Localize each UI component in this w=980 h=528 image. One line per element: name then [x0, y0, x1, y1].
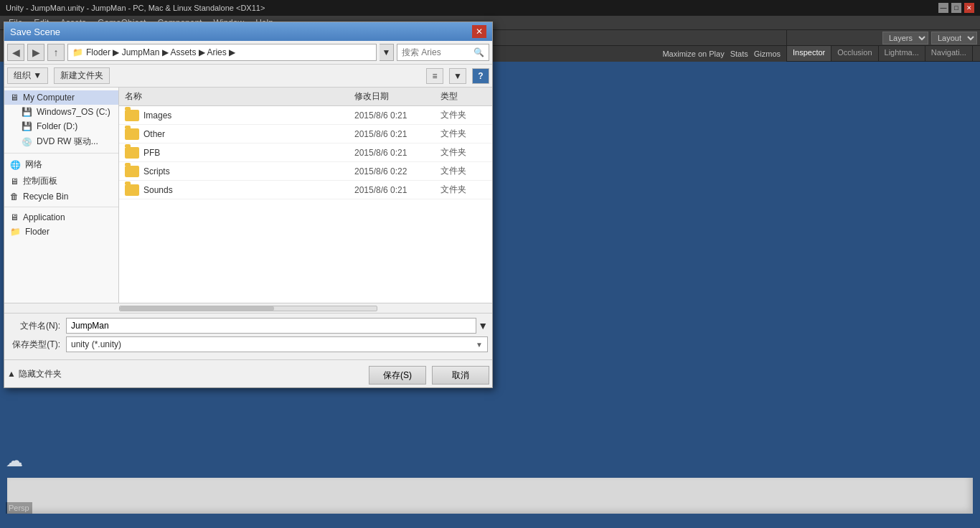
horizontal-scrollbar[interactable] [4, 303, 492, 313]
folder-img-sounds [125, 184, 139, 196]
file-row-images[interactable]: Images 2015/8/6 0:21 文件夹 [119, 106, 492, 125]
sidebar-floder[interactable]: 📁 Floder [4, 225, 118, 239]
filetype-value: unity (*.unity) [71, 339, 121, 349]
filename-row: 文件名(N): ▼ [9, 318, 488, 334]
floder-label: Floder [25, 227, 50, 237]
breadcrumb-text: Floder ▶ JumpMan ▶ Assets ▶ Aries ▶ [86, 47, 235, 57]
dvd-label: DVD RW 驱动... [37, 136, 98, 148]
windows-drive-label: Windows7_OS (C:) [37, 107, 110, 117]
file-list-header: 名称 修改日期 类型 [119, 88, 492, 106]
sidebar-network[interactable]: 🌐 网络 [4, 156, 118, 173]
col-name[interactable]: 名称 [119, 89, 349, 104]
maximize-on-play[interactable]: Maximize on Play [662, 50, 724, 58]
col-type[interactable]: 类型 [435, 89, 492, 104]
dialog-close-button[interactable]: ✕ [472, 25, 486, 38]
dialog-title-bar: Save Scene ✕ [4, 22, 492, 41]
scripts-name: Scripts [143, 166, 170, 176]
layers-dropdown[interactable]: Layers [882, 32, 928, 44]
pfb-type: 文件夹 [435, 145, 492, 160]
other-name: Other [143, 129, 165, 139]
stats-btn[interactable]: Stats [730, 50, 748, 58]
help-button[interactable]: ? [472, 68, 489, 84]
images-type: 文件夹 [435, 108, 492, 123]
view-toggle-button[interactable]: ≡ [426, 68, 443, 84]
tab-lighting[interactable]: Lightma... [879, 46, 925, 61]
dialog-content: 🖥 My Computer 💾 Windows7_OS (C:) 💾 Folde… [4, 88, 492, 303]
filetype-combo[interactable]: unity (*.unity) ▼ [66, 336, 488, 352]
sidebar-sep-1 [4, 153, 118, 154]
maximize-button[interactable]: □ [951, 3, 961, 13]
save-scene-dialog: Save Scene ✕ ◀ ▶ ↑ 📁 Floder ▶ JumpMan ▶ … [4, 22, 493, 388]
dialog-actions: 保存(S) 取消 [369, 366, 489, 385]
save-button[interactable]: 保存(S) [369, 366, 426, 385]
file-name-sounds: Sounds [119, 183, 349, 197]
sidebar-folder-d[interactable]: 💾 Folder (D:) [16, 119, 118, 133]
hide-folders-button[interactable]: ▲ 隐藏文件夹 [7, 368, 62, 380]
other-type: 文件夹 [435, 126, 492, 141]
combo-arrow: ▼ [476, 341, 483, 349]
layout-dropdown[interactable]: Layout [931, 32, 977, 44]
dvd-icon: 💿 [22, 137, 32, 147]
sidebar-dvd[interactable]: 💿 DVD RW 驱动... [16, 133, 118, 150]
scrollbar-thumb[interactable] [120, 306, 274, 311]
search-input[interactable] [402, 47, 473, 57]
sounds-name: Sounds [143, 185, 173, 195]
scripts-date: 2015/8/6 0:22 [349, 165, 435, 178]
tab-occlusion[interactable]: Occlusion [831, 46, 878, 61]
filename-label: 文件名(N): [9, 320, 66, 332]
filename-input[interactable] [66, 318, 476, 334]
file-row-pfb[interactable]: PFB 2015/8/6 0:21 文件夹 [119, 143, 492, 162]
file-row-other[interactable]: Other 2015/8/6 0:21 文件夹 [119, 125, 492, 143]
gizmos-btn[interactable]: Gizmos [754, 50, 781, 58]
tab-navigation[interactable]: Navigati... [925, 46, 973, 61]
window-title: Unity - JumpMan.unity - JumpMan - PC, Ma… [6, 4, 265, 12]
sidebar-application[interactable]: 🖥 Application [4, 210, 118, 225]
dialog-title-text: Save Scene [10, 27, 60, 37]
sounds-type: 文件夹 [435, 182, 492, 197]
filename-dropdown[interactable]: ▼ [478, 320, 488, 331]
arrow-up-icon: ▲ [7, 369, 16, 379]
minimize-button[interactable]: — [938, 3, 948, 13]
cancel-button[interactable]: 取消 [432, 366, 489, 385]
file-row-scripts[interactable]: Scripts 2015/8/6 0:22 文件夹 [119, 162, 492, 181]
file-row-sounds[interactable]: Sounds 2015/8/6 0:21 文件夹 [119, 181, 492, 199]
control-icon: 🖥 [10, 176, 19, 187]
recycle-icon: 🗑 [10, 192, 19, 202]
sidebar-recycle-bin[interactable]: 🗑 Recycle Bin [4, 189, 118, 204]
close-button[interactable]: ✕ [964, 3, 974, 13]
sounds-date: 2015/8/6 0:21 [349, 184, 435, 197]
application-label: Application [23, 212, 65, 222]
nav-back-button[interactable]: ◀ [7, 44, 24, 61]
sidebar-windows-drive[interactable]: 💾 Windows7_OS (C:) [16, 105, 118, 119]
sidebar-control-panel[interactable]: 🖥 控制面板 [4, 173, 118, 189]
title-bar: Unity - JumpMan.unity - JumpMan - PC, Ma… [0, 0, 980, 16]
breadcrumb-folder: 📁 [72, 47, 83, 57]
tab-inspector[interactable]: Inspector [787, 46, 831, 61]
hide-folders-label: 隐藏文件夹 [19, 368, 62, 380]
control-panel-label: 控制面板 [23, 175, 57, 187]
inspector-tabs: Inspector Occlusion Lightma... Navigati.… [787, 46, 980, 62]
folder-img-scripts [125, 166, 139, 177]
folder-img-images [125, 110, 139, 121]
new-folder-button[interactable]: 新建文件夹 [54, 67, 110, 84]
pfb-name: PFB [143, 148, 160, 158]
file-name-scripts: Scripts [119, 164, 349, 179]
file-name-pfb: PFB [119, 146, 349, 160]
nav-forward-button[interactable]: ▶ [27, 44, 44, 61]
layers-bar: Layers Layout [787, 30, 980, 46]
other-date: 2015/8/6 0:21 [349, 128, 435, 141]
floder-icon: 📁 [10, 227, 21, 237]
breadcrumb: 📁 Floder ▶ JumpMan ▶ Assets ▶ Aries ▶ [67, 44, 377, 61]
sidebar-my-computer[interactable]: 🖥 My Computer [4, 90, 118, 105]
pfb-date: 2015/8/6 0:21 [349, 146, 435, 159]
computer-icon: 🖥 [10, 93, 19, 103]
network-label: 网络 [25, 159, 42, 171]
view-dropdown-button[interactable]: ▼ [449, 68, 466, 84]
folder-d-label: Folder (D:) [37, 121, 77, 131]
nav-up-button[interactable]: ↑ [47, 44, 65, 61]
scripts-type: 文件夹 [435, 164, 492, 179]
organize-button[interactable]: 组织 ▼ [7, 67, 48, 84]
col-date[interactable]: 修改日期 [349, 89, 435, 104]
my-computer-label: My Computer [23, 93, 75, 103]
breadcrumb-dropdown[interactable]: ▼ [380, 44, 394, 61]
